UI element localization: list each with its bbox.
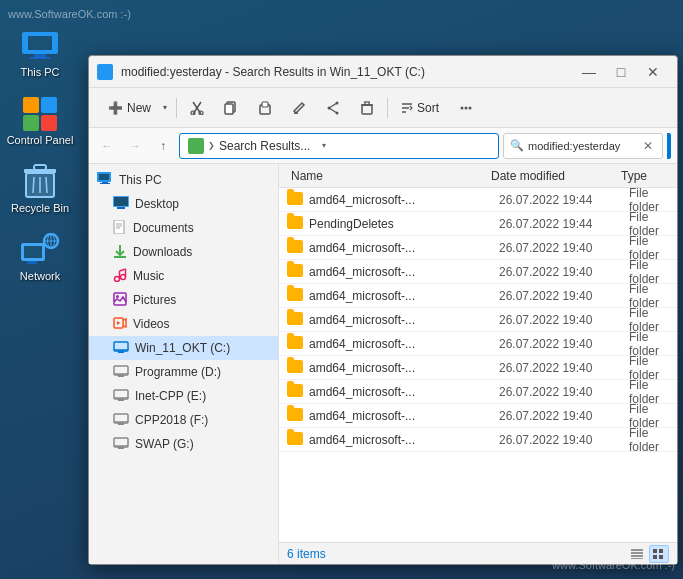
file-area: Name Date modified Type amd64_microsoft-… [279,164,677,564]
new-button[interactable]: ➕ New [97,94,158,122]
file-name: amd64_microsoft-... [309,433,499,447]
file-column-headers: Name Date modified Type [279,164,677,188]
file-date: 26.07.2022 19:40 [499,241,629,255]
music-sidebar-icon [113,268,127,285]
back-button[interactable]: ← [95,134,119,158]
sidebar-item-desktop[interactable]: Desktop [89,192,278,216]
sort-label: Sort [417,101,439,115]
sidebar-item-this-pc[interactable]: This PC [89,168,278,192]
svg-point-44 [465,106,468,109]
file-list: amd64_microsoft-... 26.07.2022 19:44 Fil… [279,188,677,542]
recycle-bin-icon [20,166,60,198]
column-header-date-modified[interactable]: Date modified [487,169,617,183]
file-date: 26.07.2022 19:44 [499,193,629,207]
sidebar-item-documents[interactable]: Documents [89,216,278,240]
share-button[interactable] [317,94,349,122]
copy-button[interactable] [215,94,247,122]
forward-button[interactable]: → [123,134,147,158]
table-row[interactable]: amd64_microsoft-... 26.07.2022 19:40 Fil… [279,380,677,404]
sidebar-item-cpp2018-f[interactable]: CPP2018 (F:) [89,408,278,432]
svg-rect-15 [24,246,42,258]
inet-e-sidebar-label: Inet-CPP (E:) [135,389,206,403]
svg-rect-49 [100,183,110,184]
drive-d-sidebar-icon [113,364,129,381]
this-pc-icon [20,30,60,62]
svg-rect-28 [262,102,268,107]
file-date: 26.07.2022 19:40 [499,289,629,303]
table-row[interactable]: amd64_microsoft-... 26.07.2022 19:44 Fil… [279,188,677,212]
pictures-sidebar-icon [113,292,127,309]
path-icon [188,138,204,154]
sort-button[interactable]: Sort [392,94,448,122]
search-clear-button[interactable]: ✕ [640,138,656,154]
sidebar-item-win11-c[interactable]: Win_11_OKT (C:) [89,336,278,360]
svg-rect-73 [118,375,124,377]
table-row[interactable]: PendingDeletes 26.07.2022 19:44 File fol… [279,212,677,236]
svg-rect-89 [659,549,663,553]
search-box[interactable]: 🔍 modified:yesterday ✕ [503,133,663,159]
file-name: amd64_microsoft-... [309,409,499,423]
sidebar-item-prog-d[interactable]: Programme (D:) [89,360,278,384]
svg-rect-90 [659,555,663,559]
svg-line-11 [33,177,34,193]
minimize-button[interactable]: — [573,60,605,84]
pictures-sidebar-label: Pictures [133,293,176,307]
table-row[interactable]: amd64_microsoft-... 26.07.2022 19:40 Fil… [279,356,677,380]
desktop-icon-control-panel[interactable]: Control Panel [4,98,76,146]
svg-rect-51 [114,197,128,206]
table-row[interactable]: amd64_microsoft-... 26.07.2022 19:40 Fil… [279,308,677,332]
folder-icon [287,264,303,280]
this-pc-label: This PC [20,66,59,78]
desktop-sidebar-label: Desktop [135,197,179,211]
more-button[interactable] [450,94,482,122]
svg-rect-53 [114,220,124,234]
sidebar: This PC Desktop Documents Downloads [89,164,279,564]
folder-icon [287,336,303,352]
svg-rect-87 [653,549,657,553]
desktop-icon-network[interactable]: Network [4,234,76,282]
table-row[interactable]: amd64_microsoft-... 26.07.2022 19:40 Fil… [279,236,677,260]
new-dropdown-button[interactable]: ▾ [158,94,172,122]
table-row[interactable]: amd64_microsoft-... 26.07.2022 19:40 Fil… [279,332,677,356]
sidebar-item-videos[interactable]: Videos [89,312,278,336]
svg-rect-52 [117,207,125,209]
table-row[interactable]: amd64_microsoft-... 26.07.2022 19:40 Fil… [279,404,677,428]
table-row[interactable]: amd64_microsoft-... 26.07.2022 19:40 Fil… [279,260,677,284]
rename-button[interactable] [283,94,315,122]
win11-c-sidebar-label: Win_11_OKT (C:) [135,341,230,355]
file-name: amd64_microsoft-... [309,361,499,375]
sidebar-item-downloads[interactable]: Downloads [89,240,278,264]
sidebar-item-inet-e[interactable]: Inet-CPP (E:) [89,384,278,408]
folder-icon [287,360,303,376]
network-icon [20,234,60,266]
file-date: 26.07.2022 19:40 [499,265,629,279]
sidebar-item-pictures[interactable]: Pictures [89,288,278,312]
drive-f-sidebar-icon [113,412,129,429]
desktop-icon-this-pc[interactable]: This PC [4,30,76,78]
file-name: amd64_microsoft-... [309,313,499,327]
svg-rect-82 [118,447,124,449]
downloads-sidebar-label: Downloads [133,245,192,259]
svg-line-33 [329,103,337,108]
close-button[interactable]: ✕ [637,60,669,84]
swap-g-sidebar-label: SWAP (G:) [135,437,194,451]
table-row[interactable]: amd64_microsoft-... 26.07.2022 19:40 Fil… [279,428,677,452]
maximize-button[interactable]: □ [605,60,637,84]
table-row[interactable]: amd64_microsoft-... 26.07.2022 19:40 Fil… [279,284,677,308]
sidebar-item-swap-g[interactable]: SWAP (G:) [89,432,278,456]
desktop-icon-recycle-bin[interactable]: Recycle Bin [4,166,76,214]
delete-button[interactable] [351,94,383,122]
svg-point-43 [461,106,464,109]
file-name: amd64_microsoft-... [309,241,499,255]
control-panel-label: Control Panel [7,134,74,146]
up-button[interactable]: ↑ [151,134,175,158]
sidebar-item-music[interactable]: Music [89,264,278,288]
path-text: Search Results... [219,139,310,153]
address-path[interactable]: ❯ Search Results... ▾ [179,133,499,159]
file-name: PendingDeletes [309,217,499,231]
column-header-name[interactable]: Name [287,169,487,183]
column-header-type[interactable]: Type [617,169,669,183]
paste-button[interactable] [249,94,281,122]
path-expand-button[interactable]: ▾ [314,133,334,159]
cut-button[interactable] [181,94,213,122]
